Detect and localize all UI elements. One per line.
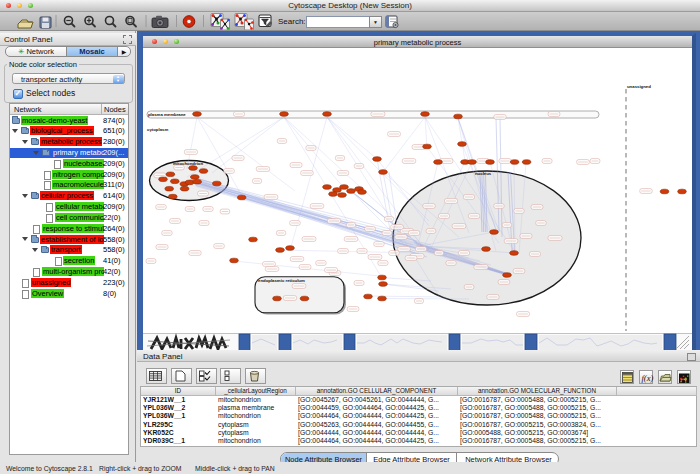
svg-text:f(x): f(x) bbox=[642, 373, 654, 383]
svg-text:nucleus: nucleus bbox=[475, 171, 492, 176]
svg-text:cytoplasm: cytoplasm bbox=[147, 127, 168, 132]
svg-text:unassigned: unassigned bbox=[627, 84, 651, 89]
svg-text:endoplasmic reticulum: endoplasmic reticulum bbox=[258, 277, 305, 282]
svg-text:plasma membrane: plasma membrane bbox=[148, 111, 186, 116]
svg-text:mitochondrion: mitochondrion bbox=[173, 160, 203, 165]
